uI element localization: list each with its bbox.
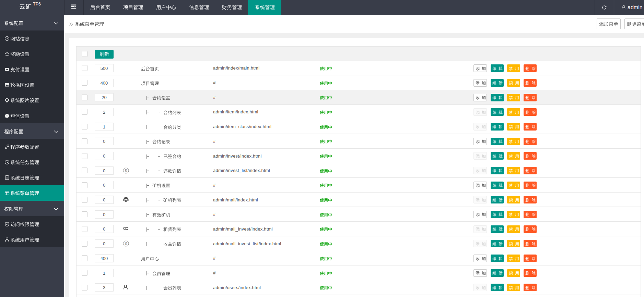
svg-text:$: $: [125, 168, 127, 172]
svg-text:¥: ¥: [125, 242, 127, 246]
